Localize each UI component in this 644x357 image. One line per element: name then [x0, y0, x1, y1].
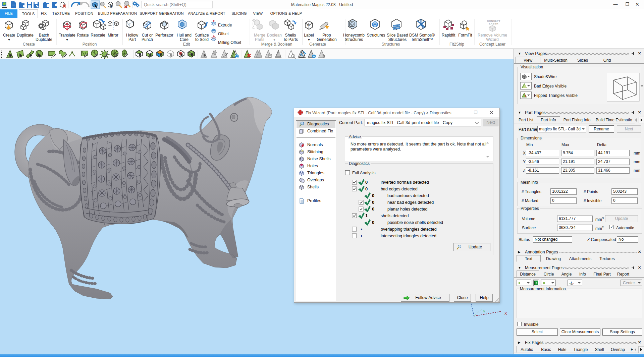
svg-text:near bad edges detected: near bad edges detected: [387, 200, 434, 205]
svg-text:0: 0: [372, 200, 374, 205]
svg-text:shells detected: shells detected: [381, 214, 409, 218]
svg-text:0: 0: [365, 180, 368, 185]
svg-text:intersecting triangles detecte: intersecting triangles detected: [381, 234, 436, 238]
svg-text:possible noise shells detected: possible noise shells detected: [387, 220, 443, 225]
svg-text:1: 1: [365, 213, 368, 218]
svg-text:0: 0: [372, 220, 374, 225]
svg-text:inverted normals detected: inverted normals detected: [381, 180, 429, 185]
svg-text:X: X: [504, 311, 507, 315]
svg-text:Y: Y: [483, 310, 485, 314]
svg-text:0: 0: [372, 206, 374, 212]
svg-text:bad edges detected: bad edges detected: [381, 187, 418, 191]
svg-text:0: 0: [372, 193, 374, 198]
svg-text:0: 0: [365, 186, 368, 191]
svg-text:planar holes detected: planar holes detected: [387, 207, 428, 212]
svg-text:bad contours detected: bad contours detected: [387, 193, 429, 198]
svg-text:overlapping triangles detected: overlapping triangles detected: [381, 227, 437, 232]
